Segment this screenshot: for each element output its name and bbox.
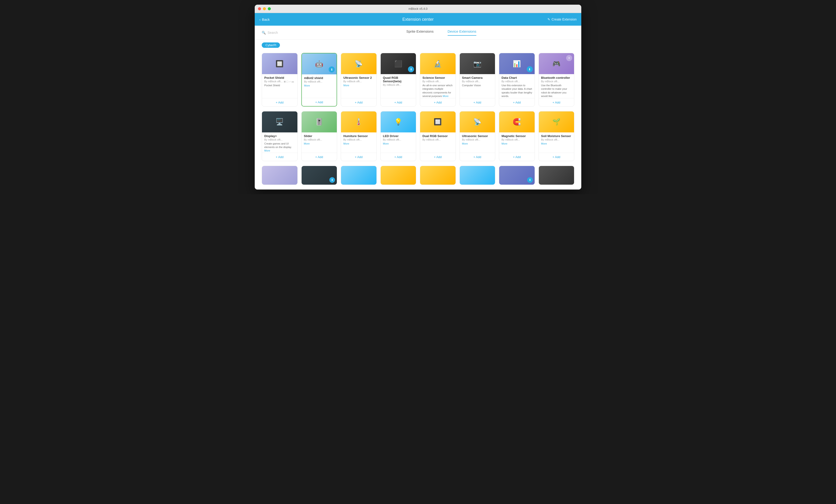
add-button-ultrasonic[interactable]: + Add — [462, 155, 493, 159]
card-row3-4[interactable] — [380, 166, 416, 185]
search-box[interactable]: 🔍 Search — [262, 31, 308, 35]
download-badge-quad: ⬇ — [408, 66, 414, 72]
card-dual-rgb[interactable]: 🔲 Dual RGB Sensor By mBlock offi... + Ad… — [420, 111, 456, 161]
add-button-magnetic[interactable]: + Add — [501, 155, 533, 159]
card-body-ultrasonic2: Ultrasonic Sensor 2 By mBlock offi... Mo… — [341, 74, 377, 98]
more-link-magnetic[interactable]: More — [501, 142, 507, 145]
more-link-ultrasonic[interactable]: More — [462, 142, 468, 145]
more-link-led-driver[interactable]: More — [383, 142, 389, 145]
add-button-data-chart[interactable]: + Add — [501, 101, 533, 104]
card-soil-moisture[interactable]: 🌱 Soil Moisture Senser By mBlock offi...… — [538, 111, 574, 161]
card-title-smart-camera: Smart Camera — [462, 76, 493, 79]
close-button[interactable] — [258, 7, 261, 10]
card-title-data-chart: Data Chart — [501, 76, 532, 79]
add-button-led-driver[interactable]: + Add — [383, 155, 414, 159]
back-button[interactable]: ‹ Back — [259, 18, 270, 21]
main-content: 🔍 Search Sprite Extensions Device Extens… — [255, 26, 581, 190]
search-tabs-bar: 🔍 Search Sprite Extensions Device Extens… — [255, 26, 581, 40]
card-quad-rgb[interactable]: ⬛ ⬇ Quad RGB Sensor(beta) By mBlock offi… — [380, 53, 416, 106]
maximize-button[interactable] — [268, 7, 271, 10]
card-ultrasonic-2[interactable]: 📡 Ultrasonic Sensor 2 By mBlock offi... … — [341, 53, 377, 106]
card-humiture[interactable]: 🌡️ Humiture Sensor By mBlock offi... Mor… — [341, 111, 377, 161]
card-author-data-chart: By mBlock offi... — [501, 80, 532, 83]
card-title-science: Science Sensor — [422, 76, 453, 79]
card-row3-6[interactable] — [459, 166, 495, 185]
add-button-smart-camera[interactable]: + Add — [462, 101, 493, 104]
card-row3-2[interactable]: ⬇ — [301, 166, 337, 185]
more-link-humiture[interactable]: More — [343, 142, 349, 145]
add-button-display[interactable]: + Add — [264, 155, 296, 159]
card-desc-soil: More — [541, 142, 572, 146]
cyberpi-filter-tag[interactable]: CyberPi — [262, 42, 280, 48]
extensions-row-3-partial: ⬇ ⬇ — [255, 166, 581, 190]
more-link-slider[interactable]: More — [304, 142, 310, 145]
card-author-slider: By mBlock offi... — [304, 138, 335, 141]
add-button-ultrasonic2[interactable]: + Add — [343, 101, 375, 104]
card-slider[interactable]: 🎚️ Slider By mBlock offi... More + Add — [301, 111, 337, 161]
card-image-humiture: 🌡️ — [341, 112, 377, 132]
card-row3-7[interactable]: ⬇ — [499, 166, 535, 185]
card-data-chart[interactable]: 📊 ⬇ Data Chart By mBlock offi... Use thi… — [499, 53, 535, 106]
add-button-mbot2[interactable]: + Add — [304, 100, 335, 104]
card-led-driver[interactable]: 💡 LED Driver By mBlock offi... More + Ad… — [380, 111, 416, 161]
extensions-row-2: 🖥️ Display+ By mBlock offi... Create gam… — [255, 111, 581, 166]
card-smart-camera[interactable]: 📷 Smart Camera By mBlock offi... Compute… — [459, 53, 495, 106]
card-title-quad-rgb: Quad RGB Sensor(beta) — [383, 76, 414, 83]
card-image-row3-6 — [460, 166, 495, 185]
card-footer-pocket-shield: + Add — [262, 98, 298, 106]
card-bluetooth-controller[interactable]: 🎮 + Bluetooth controller By mBlock offi.… — [538, 53, 574, 106]
card-author-science: By mBlock offi... — [422, 80, 453, 83]
card-image-ultrasonic: 📡 — [460, 112, 495, 132]
card-image-dual-rgb: 🔲 — [420, 112, 456, 132]
card-desc-display: Create games and UI elements on the disp… — [264, 142, 295, 153]
add-button-slider[interactable]: + Add — [303, 155, 335, 159]
card-ultrasonic-sensor[interactable]: 📡 Ultrasonic Sensor By mBlock offi... Mo… — [459, 111, 495, 161]
minimize-button[interactable] — [263, 7, 266, 10]
more-link-science[interactable]: More — [443, 95, 449, 97]
more-link-ultrasonic2[interactable]: More — [343, 84, 349, 87]
tab-device-extensions[interactable]: Device Extensions — [448, 30, 476, 36]
create-label: Create Extension — [552, 18, 577, 21]
card-magnetic[interactable]: 🧲 Magnetic Sensor By mBlock offi... More… — [499, 111, 535, 161]
more-link-soil[interactable]: More — [541, 142, 547, 145]
card-science-sensor[interactable]: 🔬 Science Sensor By mBlock offi... An al… — [420, 53, 456, 106]
add-button-pocket-shield[interactable]: + Add — [264, 101, 296, 104]
add-button-humiture[interactable]: + Add — [343, 155, 375, 159]
add-button-soil[interactable]: + Add — [541, 155, 572, 159]
add-button-bluetooth[interactable]: + Add — [541, 101, 572, 104]
card-image-row3-4 — [381, 166, 416, 185]
card-title-slider: Slider — [304, 134, 335, 138]
add-button-dual-rgb[interactable]: + Add — [422, 155, 454, 159]
card-body-smart-camera: Smart Camera By mBlock offi... Computer … — [460, 74, 495, 98]
card-title-humiture: Humiture Sensor — [343, 134, 374, 138]
tab-sprite-extensions[interactable]: Sprite Extensions — [406, 30, 434, 36]
search-icon: 🔍 — [262, 31, 266, 35]
card-desc-led-driver: More — [383, 142, 414, 146]
card-desc-slider: More — [304, 142, 335, 146]
extensions-row-1: 🔲 Pocket Shield By mBlock offi... ▣ ▢ ▱ … — [255, 51, 581, 111]
card-row3-1[interactable] — [262, 166, 298, 185]
card-image-row3-3 — [341, 166, 377, 185]
card-row3-8[interactable] — [538, 166, 574, 185]
card-body-soil: Soil Moisture Senser By mBlock offi... M… — [539, 132, 574, 153]
card-mbot2-shield[interactable]: 🤖 ⬇ mBot2 shield By mBlock offi... More … — [301, 53, 337, 106]
more-link-display[interactable]: More — [264, 149, 270, 152]
create-extension-button[interactable]: ✎ Create Extension — [548, 18, 577, 21]
card-image-pocket-shield: 🔲 — [262, 53, 298, 74]
card-body-quad-rgb: Quad RGB Sensor(beta) By mBlock offi... — [381, 74, 416, 98]
add-button-quad-rgb[interactable]: + Add — [383, 101, 414, 104]
card-row3-3[interactable] — [341, 166, 377, 185]
more-link-mbot2[interactable]: More — [304, 84, 310, 87]
card-body-mbot2: mBot2 shield By mBlock offi... More — [302, 74, 337, 98]
card-row3-5[interactable] — [420, 166, 456, 185]
card-author-display: By mBlock offi... — [264, 138, 295, 141]
card-display-plus[interactable]: 🖥️ Display+ By mBlock offi... Create gam… — [262, 111, 298, 161]
card-desc-ultrasonic2: More — [343, 84, 374, 87]
download-badge-mbot2: ⬇ — [329, 66, 335, 73]
card-author-ultrasonic2: By mBlock offi... — [343, 80, 374, 83]
card-desc-smart-camera: Computer Vision — [462, 84, 493, 87]
card-pocket-shield[interactable]: 🔲 Pocket Shield By mBlock offi... ▣ ▢ ▱ … — [262, 53, 298, 106]
card-image-row3-7: ⬇ — [499, 166, 535, 185]
add-button-science[interactable]: + Add — [422, 101, 454, 104]
card-author-ultrasonic: By mBlock offi... — [462, 138, 493, 141]
